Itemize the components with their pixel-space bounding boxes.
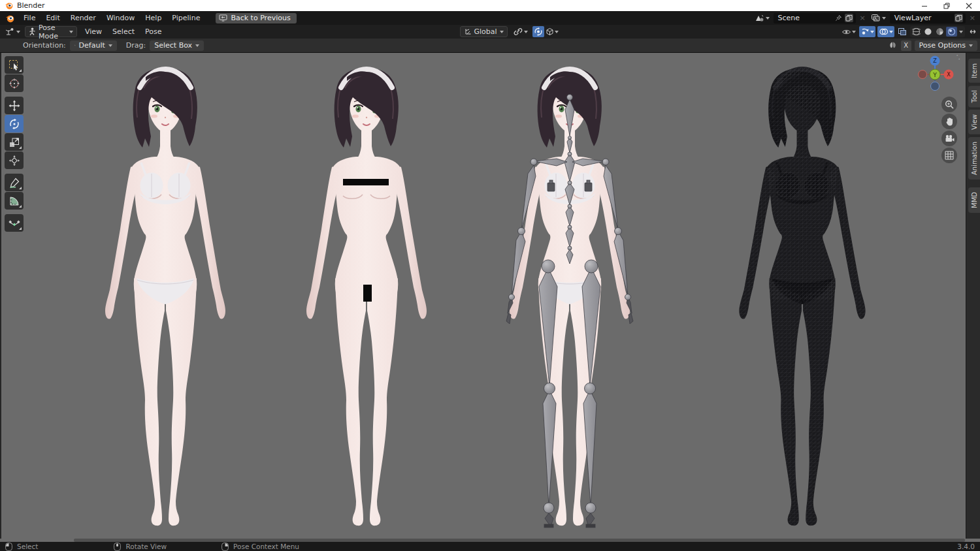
mode-selector[interactable]: Pose Mode (25, 26, 77, 37)
chevron-down-icon[interactable] (959, 31, 963, 33)
pan-hand-button[interactable] (941, 114, 957, 129)
tool-scale[interactable] (5, 133, 24, 151)
chevron-down-icon (555, 31, 559, 33)
gizmo-y-label: Y (932, 72, 937, 78)
menu-window[interactable]: Window (101, 11, 140, 25)
navigation-gizmo[interactable]: Z X Y (915, 54, 956, 97)
menu-pipeline[interactable]: Pipeline (167, 11, 205, 25)
falloff-dropdown[interactable] (544, 26, 560, 37)
tool-rotate[interactable] (5, 115, 24, 133)
chevron-down-icon (882, 17, 886, 20)
model-character-wireframe[interactable] (739, 68, 865, 526)
hint-pose-context-menu: Pose Context Menu (221, 543, 299, 551)
shading-mode-group (910, 26, 965, 37)
viewlayer-browse-button[interactable] (870, 14, 887, 22)
hint-rotate-view: Rotate View (114, 543, 167, 551)
xray-toggle[interactable] (896, 26, 908, 37)
duplicate-icon[interactable] (845, 14, 853, 22)
camera-view-button[interactable] (941, 131, 957, 146)
tool-settings-bar: Orientation: Default Drag: Select Box X … (0, 39, 980, 53)
tab-tool[interactable]: Tool (968, 86, 980, 107)
viewlayer-name-field[interactable]: ViewLayer (890, 13, 966, 24)
tab-animation[interactable]: Animation (968, 137, 980, 180)
blender-menu-icon[interactable] (5, 14, 15, 23)
menu-help[interactable]: Help (140, 11, 167, 25)
restore-icon[interactable] (936, 0, 958, 11)
zoom-button[interactable] (941, 97, 957, 112)
viewlayer-icon (871, 14, 881, 22)
falloff-cube-icon (546, 27, 554, 36)
show-gizmo-toggle[interactable] (859, 26, 875, 37)
shading-material-icon[interactable] (934, 27, 945, 37)
transform-orientation-dropdown[interactable]: Global (460, 26, 508, 37)
expand-header-icon[interactable] (967, 26, 979, 37)
chevron-down-icon (69, 31, 73, 33)
grid-icon (945, 151, 954, 160)
chevron-down-icon (969, 44, 973, 47)
proportional-rotate-icon (534, 27, 543, 36)
proportional-editing-toggle[interactable] (532, 26, 544, 37)
chevron-down-icon (766, 17, 770, 20)
editor-3d-viewport-icon (5, 27, 16, 37)
overlays-icon (879, 27, 889, 36)
tab-item[interactable]: Item (968, 59, 980, 83)
tab-view[interactable]: View (968, 110, 980, 134)
menu-file[interactable]: File (18, 11, 41, 25)
tool-measure[interactable] (5, 192, 24, 210)
visibility-dropdown[interactable] (840, 26, 857, 37)
orientation-axes-icon (74, 42, 76, 49)
viewport-3d[interactable] (0, 0, 980, 551)
blender-window: Blender File Edit Render Window Help Pip… (0, 0, 980, 551)
model-character-censored[interactable] (306, 68, 427, 526)
shading-solid-icon[interactable] (923, 27, 934, 37)
view-controls (941, 97, 957, 163)
snapping-button[interactable] (512, 26, 529, 37)
scene-browse-button[interactable] (753, 14, 771, 22)
chevron-down-icon (195, 44, 199, 47)
move-icon (8, 100, 20, 112)
menu-select[interactable]: Select (107, 25, 140, 39)
scene-name-field[interactable]: Scene (774, 13, 856, 24)
mirror-x-toggle[interactable]: X (901, 40, 911, 51)
pose-options-dropdown[interactable]: Pose Options (915, 40, 977, 51)
armature-bones[interactable] (506, 95, 633, 528)
orientation-axes-icon (464, 28, 472, 36)
tool-transform[interactable] (5, 151, 24, 169)
menu-pose[interactable]: Pose (140, 25, 167, 39)
annotate-pen-icon (8, 177, 20, 189)
tool-pose-breakdowner[interactable] (5, 214, 24, 232)
orthographic-grid-button[interactable] (941, 148, 957, 163)
screen-back-icon (219, 14, 227, 22)
mouse-left-icon (5, 543, 12, 551)
tool-cursor[interactable] (5, 74, 24, 92)
drag-label: Drag: (126, 41, 146, 50)
sidebar-collapse-handle[interactable]: ⠡ (956, 54, 960, 61)
drag-select-box-dropdown[interactable]: Select Box (150, 40, 204, 51)
snap-link-icon (514, 27, 523, 36)
tool-move[interactable] (5, 97, 24, 114)
topbar: File Edit Render Window Help Pipeline Ba… (0, 11, 980, 25)
transform-icon (8, 155, 20, 166)
orientation-default-dropdown[interactable]: Default (70, 40, 117, 51)
tool-tweak-select-box[interactable] (5, 56, 24, 74)
back-to-previous-button[interactable]: Back to Previous (216, 13, 296, 24)
pin-icon[interactable] (835, 14, 842, 22)
model-character-underwear[interactable] (105, 68, 225, 526)
shading-rendered-icon[interactable] (946, 27, 957, 37)
mirror-butterfly-icon (888, 41, 898, 50)
scale-icon (8, 136, 20, 148)
model-character-armature[interactable] (506, 68, 633, 527)
menu-view[interactable]: View (80, 25, 107, 39)
editor-type-button[interactable] (4, 26, 22, 37)
os-titlebar: Blender (0, 0, 980, 11)
menu-render[interactable]: Render (65, 11, 101, 25)
tool-annotate[interactable] (5, 174, 24, 191)
close-icon[interactable] (958, 0, 980, 11)
chevron-down-icon (16, 31, 20, 33)
tab-mmd[interactable]: MMD (968, 187, 980, 213)
hand-icon (945, 117, 954, 126)
shading-wireframe-icon[interactable] (911, 27, 922, 37)
duplicate-icon[interactable] (955, 14, 963, 22)
minimize-icon[interactable] (913, 0, 936, 11)
show-overlays-toggle[interactable] (877, 26, 894, 37)
